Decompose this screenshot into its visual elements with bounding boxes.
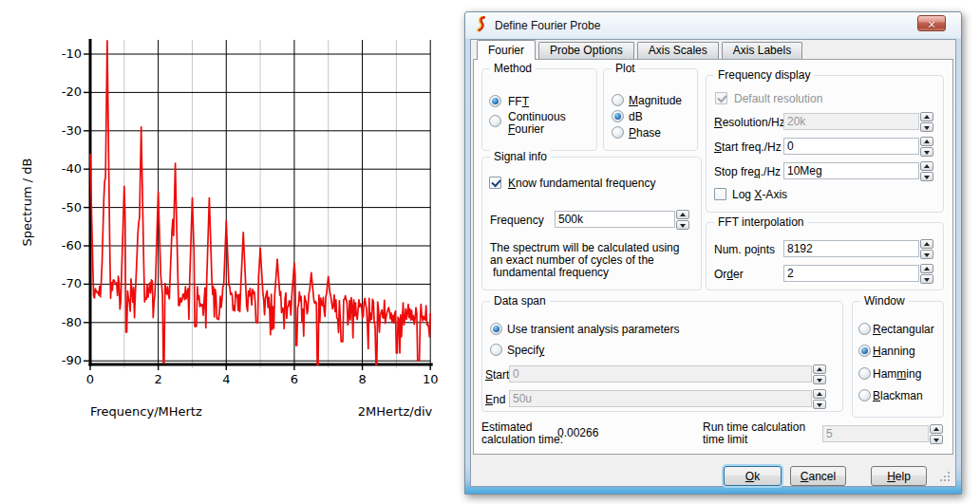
spinner-down-button[interactable]: [920, 147, 933, 157]
plot-group-title: Plot: [612, 62, 639, 75]
radio-magnitude[interactable]: [612, 94, 624, 106]
frequency-spinner[interactable]: [676, 210, 689, 230]
tab-bar: Fourier Probe Options Axis Scales Axis L…: [477, 40, 802, 60]
run-limit-spinner[interactable]: [930, 424, 943, 444]
spinner-down-button[interactable]: [813, 400, 826, 409]
plot-group: Plot Magnitude dB Phase: [603, 68, 698, 151]
radio-continuous-fourier-label: Continuous Fourier: [508, 111, 586, 136]
svg-text:Spectrum / dB: Spectrum / dB: [20, 159, 34, 247]
radio-blackman-label: Blackman: [873, 390, 923, 402]
know-fundamental-checkbox[interactable]: [489, 177, 501, 189]
radio-use-transient[interactable]: [490, 323, 502, 335]
spinner-down-button[interactable]: [930, 435, 943, 444]
data-span-group-title: Data span: [490, 294, 550, 308]
fft-interpolation-group: FFT interpolation Num. points Order: [706, 222, 944, 290]
svg-text:-30: -30: [62, 123, 82, 138]
resolution-spinner[interactable]: [920, 112, 933, 132]
svg-text:0: 0: [86, 372, 94, 386]
order-spinner[interactable]: [920, 264, 933, 284]
span-start-spinner[interactable]: [813, 364, 826, 384]
svg-text:2MHertz/div: 2MHertz/div: [358, 404, 433, 419]
window-group-title: Window: [860, 294, 909, 308]
spinner-up-button[interactable]: [676, 210, 689, 219]
spinner-down-button[interactable]: [920, 274, 933, 284]
close-icon: ✕: [927, 19, 935, 30]
radio-hanning[interactable]: [858, 345, 871, 357]
frequency-label: Frequency: [490, 215, 544, 227]
radio-use-transient-label: Use transient analysis parameters: [507, 324, 679, 336]
spinner-up-button[interactable]: [920, 239, 933, 249]
define-fourier-probe-dialog: Define Fourier Probe ✕ Fourier Probe Opt…: [464, 11, 962, 495]
svg-text:8: 8: [358, 372, 366, 386]
close-button[interactable]: ✕: [917, 15, 946, 31]
svg-text:6: 6: [291, 372, 298, 386]
num-points-input[interactable]: [783, 240, 919, 257]
tab-axis-labels[interactable]: Axis Labels: [722, 42, 802, 59]
simetrix-logo-icon: [473, 16, 489, 32]
radio-hanning-label: Hanning: [873, 345, 915, 358]
spinner-down-button[interactable]: [920, 122, 933, 132]
spinner-up-button[interactable]: [920, 161, 933, 171]
start-freq-spinner[interactable]: [920, 137, 933, 157]
svg-text:-90: -90: [62, 353, 82, 367]
tab-fourier[interactable]: Fourier: [477, 40, 536, 60]
num-points-label: Num. points: [714, 244, 775, 256]
order-label: Order: [714, 269, 744, 281]
spinner-down-button[interactable]: [813, 375, 826, 384]
tab-axis-scales[interactable]: Axis Scales: [637, 42, 719, 59]
help-button[interactable]: Help: [871, 466, 927, 486]
span-end-spinner[interactable]: [813, 389, 826, 409]
num-points-spinner[interactable]: [920, 239, 933, 259]
svg-text:10: 10: [423, 372, 439, 386]
resize-grip[interactable]: [948, 472, 950, 474]
stop-freq-spinner[interactable]: [920, 161, 933, 181]
spinner-down-button[interactable]: [920, 250, 933, 259]
frequency-input[interactable]: [555, 211, 675, 228]
span-start-label: Start: [485, 369, 509, 382]
radio-blackman[interactable]: [858, 389, 871, 401]
spinner-up-button[interactable]: [930, 424, 943, 434]
tab-probe-options[interactable]: Probe Options: [538, 42, 634, 59]
run-limit-input: [822, 425, 929, 442]
svg-text:2: 2: [154, 372, 161, 386]
spinner-up-button[interactable]: [920, 112, 933, 121]
svg-text:-80: -80: [62, 315, 82, 329]
ok-button[interactable]: Ok: [724, 466, 782, 486]
dialog-titlebar[interactable]: Define Fourier Probe ✕: [465, 12, 961, 39]
order-input[interactable]: [783, 265, 919, 282]
spinner-up-button[interactable]: [813, 389, 826, 399]
spinner-up-button[interactable]: [920, 137, 933, 146]
span-end-input: [509, 390, 812, 407]
log-x-axis-label: Log X-Axis: [732, 189, 787, 201]
radio-continuous-fourier[interactable]: [489, 115, 501, 127]
svg-text:Frequency/MHertz: Frequency/MHertz: [90, 404, 202, 419]
radio-hamming[interactable]: [858, 367, 871, 380]
default-resolution-label: Default resolution: [734, 93, 822, 105]
start-freq-input[interactable]: [783, 138, 919, 155]
resolution-input: [783, 113, 919, 130]
spinner-down-button[interactable]: [676, 220, 689, 230]
log-x-axis-checkbox[interactable]: [714, 188, 726, 200]
span-start-input: [509, 365, 812, 383]
span-end-label: End: [485, 394, 505, 406]
cancel-button[interactable]: Cancel: [790, 466, 846, 486]
stop-freq-input[interactable]: [783, 162, 919, 179]
radio-fft[interactable]: [489, 95, 501, 107]
signal-note-line3: fundamental frequency: [493, 267, 609, 279]
spinner-down-button[interactable]: [920, 172, 933, 181]
radio-specify[interactable]: [490, 344, 502, 356]
spinner-up-button[interactable]: [813, 364, 826, 374]
frequency-display-group-title: Frequency display: [714, 68, 814, 82]
svg-text:-60: -60: [62, 238, 82, 252]
radio-db[interactable]: [612, 110, 624, 122]
spinner-up-button[interactable]: [920, 264, 933, 273]
svg-text:-10: -10: [62, 47, 82, 61]
radio-phase[interactable]: [612, 126, 624, 139]
method-group: Method FFT Continuous Fourier: [481, 68, 597, 151]
method-group-title: Method: [490, 62, 536, 75]
window-group: Window Rectangular Hanning Hamming Black…: [852, 301, 944, 418]
dialog-body: Fourier Probe Options Axis Scales Axis L…: [470, 39, 956, 487]
radio-rectangular[interactable]: [858, 323, 871, 335]
signal-info-group-title: Signal info: [490, 150, 551, 163]
fourier-tab-page: Method FFT Continuous Fourier Plot Magni…: [473, 59, 953, 455]
